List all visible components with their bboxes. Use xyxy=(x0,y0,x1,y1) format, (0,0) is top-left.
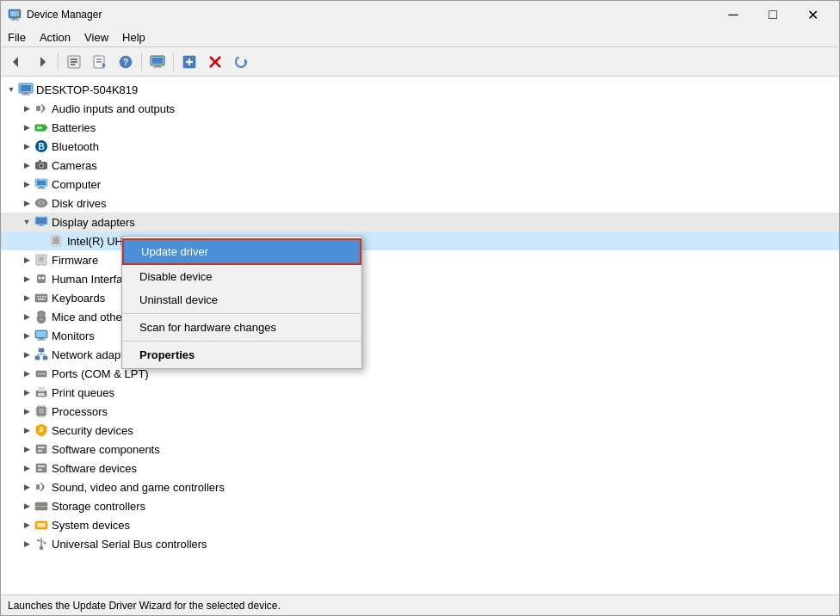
bluetooth-expand[interactable]: ▶ xyxy=(20,139,34,153)
monitors-label: Monitors xyxy=(52,330,95,342)
audio-expand[interactable]: ▶ xyxy=(20,102,34,115)
mice-expand[interactable]: ▶ xyxy=(20,310,34,323)
softcomp-label: Software components xyxy=(52,443,160,456)
svg-rect-118 xyxy=(36,484,40,490)
tree-disk[interactable]: ▶ Disk drives xyxy=(1,194,839,213)
remove-button[interactable] xyxy=(203,51,227,73)
menu-help[interactable]: Help xyxy=(115,29,152,46)
svg-point-65 xyxy=(39,277,41,280)
keyboards-expand[interactable]: ▶ xyxy=(20,291,34,305)
tree-storage[interactable]: ▶ Storage controllers xyxy=(1,496,839,515)
network-expand[interactable]: ▶ xyxy=(20,348,34,361)
minimize-button[interactable]: ─ xyxy=(713,1,753,28)
tree-usb[interactable]: ▶ Universal Serial Bus controllers xyxy=(1,534,839,553)
tree-root[interactable]: ▼ DESKTOP-504K819 xyxy=(1,80,839,99)
sound-expand[interactable]: ▶ xyxy=(20,480,34,494)
print-label: Print queues xyxy=(52,386,114,399)
menu-bar: File Action View Help xyxy=(1,28,839,47)
ports-icon xyxy=(34,366,49,381)
firmware-label: Firmware xyxy=(52,254,98,267)
processors-label: Processors xyxy=(52,405,108,418)
root-expand[interactable]: ▼ xyxy=(4,83,18,96)
cameras-expand[interactable]: ▶ xyxy=(20,158,34,172)
processors-expand[interactable]: ▶ xyxy=(20,404,34,418)
tree-print[interactable]: ▶ Print queues xyxy=(1,383,839,402)
tree-security[interactable]: ▶ Security devices xyxy=(1,421,839,440)
system-expand[interactable]: ▶ xyxy=(20,518,34,532)
svg-rect-21 xyxy=(152,58,163,64)
security-expand[interactable]: ▶ xyxy=(20,423,34,437)
softcomp-icon xyxy=(34,441,49,457)
print-expand[interactable]: ▶ xyxy=(20,385,34,399)
svg-rect-53 xyxy=(36,218,46,224)
tree-softdevices[interactable]: ▶ Software devices xyxy=(1,459,839,477)
tree-processors[interactable]: ▶ xyxy=(1,402,839,421)
ctx-update-driver[interactable]: Update driver xyxy=(122,238,361,265)
svg-rect-97 xyxy=(39,409,44,414)
svg-rect-69 xyxy=(40,296,41,298)
computer2-icon xyxy=(34,176,49,192)
computer-icon xyxy=(18,82,34,97)
properties-button[interactable] xyxy=(62,51,86,73)
svg-rect-116 xyxy=(38,465,45,467)
title-bar: Device Manager ─ □ ✕ xyxy=(1,1,839,28)
display-expand[interactable]: ▼ xyxy=(20,215,34,229)
audio-label: Audio inputs and outputs xyxy=(52,102,175,115)
maximize-button[interactable]: □ xyxy=(753,1,793,28)
svg-rect-33 xyxy=(23,93,28,95)
svg-point-43 xyxy=(40,164,43,167)
human-expand[interactable]: ▶ xyxy=(20,272,34,286)
tree-computer[interactable]: ▶ Computer xyxy=(1,175,839,194)
display-button[interactable] xyxy=(145,51,170,73)
disk-expand[interactable]: ▶ xyxy=(20,196,34,210)
tree-display[interactable]: ▼ Display adapters xyxy=(1,213,839,231)
add-button[interactable] xyxy=(177,51,201,73)
forward-button[interactable] xyxy=(30,51,54,73)
menu-view[interactable]: View xyxy=(77,29,115,46)
svg-text:?: ? xyxy=(123,58,128,67)
tree-audio[interactable]: ▶ Audio inputs and outputs xyxy=(1,99,839,118)
human-icon xyxy=(34,271,49,286)
tree-softcomponents[interactable]: ▶ Software components xyxy=(1,440,839,459)
ctx-uninstall-device[interactable]: Uninstall device xyxy=(122,288,361,311)
svg-rect-114 xyxy=(38,450,42,452)
storage-expand[interactable]: ▶ xyxy=(20,499,34,513)
battery-icon xyxy=(34,120,49,135)
tree-bluetooth[interactable]: ▶ B Bluetooth xyxy=(1,137,839,156)
menu-action[interactable]: Action xyxy=(33,29,77,46)
toolbar-sep-1 xyxy=(58,53,59,71)
menu-file[interactable]: File xyxy=(1,29,33,46)
ports-expand[interactable]: ▶ xyxy=(20,367,34,380)
network-icon xyxy=(34,347,49,362)
svg-rect-113 xyxy=(38,447,45,448)
svg-rect-67 xyxy=(35,294,47,302)
usb-icon xyxy=(34,536,49,551)
display2-icon xyxy=(34,214,49,230)
firmware-expand[interactable]: ▶ xyxy=(20,253,34,267)
softdev-icon xyxy=(34,460,49,476)
window-controls: ─ □ ✕ xyxy=(713,1,832,28)
ctx-disable-device[interactable]: Disable device xyxy=(122,265,361,288)
ctx-properties[interactable]: Properties xyxy=(122,343,361,367)
tree-cameras[interactable]: ▶ Cameras xyxy=(1,156,839,175)
ctx-scan-hardware[interactable]: Scan for hardware changes xyxy=(122,316,361,339)
computer-expand[interactable]: ▶ xyxy=(20,177,34,191)
usb-expand[interactable]: ▶ xyxy=(20,537,34,551)
svg-rect-115 xyxy=(36,464,46,472)
softcomp-expand[interactable]: ▶ xyxy=(20,442,34,456)
help-button[interactable]: ? xyxy=(114,51,138,73)
refresh-button[interactable] xyxy=(229,51,253,73)
batteries-expand[interactable]: ▶ xyxy=(20,120,34,134)
tree-system[interactable]: ▶ System devices xyxy=(1,515,839,534)
keyboard-icon xyxy=(34,290,49,305)
close-button[interactable]: ✕ xyxy=(793,1,832,28)
monitors-expand[interactable]: ▶ xyxy=(20,329,34,342)
svg-text:B: B xyxy=(38,142,44,151)
back-button[interactable] xyxy=(4,51,28,73)
svg-rect-47 xyxy=(39,187,44,188)
tree-sound[interactable]: ▶ Sound, video and game controllers xyxy=(1,477,839,496)
update-driver-button[interactable] xyxy=(88,51,112,73)
cameras-icon xyxy=(34,157,49,173)
tree-batteries[interactable]: ▶ Batteries xyxy=(1,118,839,137)
softdev-expand[interactable]: ▶ xyxy=(20,461,34,475)
